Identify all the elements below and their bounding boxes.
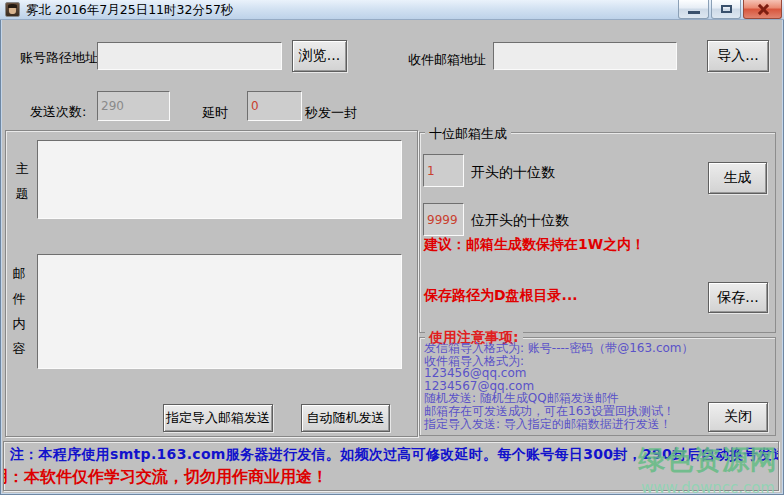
close-icon — [744, 0, 781, 18]
send-count-label: 发送次数: — [30, 103, 86, 121]
close-button[interactable]: 关闭 — [708, 402, 768, 432]
maximize-button[interactable] — [711, 0, 741, 19]
subject-label: 主题 — [14, 156, 30, 206]
app-window: 雾北 2016年7月25日11时32分57秒 账号路径地址: 浏览... 收件邮… — [0, 0, 784, 495]
delay-input[interactable] — [247, 91, 302, 121]
note-line: 指定导入发送: 导入指定的邮箱数据进行发送！ — [424, 418, 694, 431]
generator-title: 十位邮箱生成 — [425, 125, 511, 143]
save-button[interactable]: 保存... — [708, 282, 768, 313]
account-path-label: 账号路径地址: — [20, 49, 102, 67]
usage-notes-text: 发信箱导入格式为: 账号----密码（带@163.com） 收件箱导入格式为: … — [424, 342, 694, 430]
app-icon — [5, 2, 20, 17]
compose-panel: 主题 邮件内容 指定导入邮箱发送 自动随机发送 — [5, 130, 418, 437]
generate-button[interactable]: 生成 — [708, 162, 767, 194]
titlebar[interactable]: 雾北 2016年7月25日11时32分57秒 — [0, 0, 784, 20]
per-letter-label: 秒发一封 — [305, 104, 357, 122]
browse-button[interactable]: 浏览... — [292, 40, 347, 72]
delay-label: 延时 — [202, 104, 228, 122]
minimize-icon — [688, 11, 700, 14]
footer-panel: 注：本程序使用smtp.163.com服务器进行发信。如频次过高可修改延时。每个… — [3, 441, 779, 491]
note-line: 邮箱存在可发送成功，可在163设置回执测试！ — [424, 405, 694, 418]
footer-note-smtp: 注：本程序使用smtp.163.com服务器进行发信。如频次过高可修改延时。每个… — [10, 446, 779, 464]
subject-textarea[interactable] — [37, 140, 402, 219]
minimize-button[interactable] — [678, 0, 709, 19]
close-window-button[interactable] — [743, 0, 782, 19]
send-specified-button[interactable]: 指定导入邮箱发送 — [163, 404, 273, 432]
generator-end-label: 位开头的十位数 — [471, 212, 569, 230]
account-path-input[interactable] — [97, 42, 282, 70]
usage-notes-groupbox: 使用注意事项: 发信箱导入格式为: 账号----密码（带@163.com） 收件… — [419, 337, 776, 436]
send-count-input[interactable] — [97, 91, 170, 121]
window-title: 雾北 2016年7月25日11时32分57秒 — [26, 0, 233, 20]
recipient-input[interactable] — [493, 42, 677, 70]
generator-start-label: 开头的十位数 — [471, 164, 555, 182]
generator-hint-limit: 建议：邮箱生成数保持在1W之内！ — [424, 236, 645, 254]
note-line: 发信箱导入格式为: 账号----密码（带@163.com） — [424, 342, 694, 355]
generator-start-input[interactable] — [423, 154, 464, 187]
footer-note-disclaimer: 用：本软件仅作学习交流，切勿用作商业用途！ — [3, 467, 328, 488]
body-textarea[interactable] — [37, 254, 402, 369]
body-label: 邮件内容 — [11, 261, 27, 361]
note-line: 123456@qq.com — [424, 367, 694, 380]
generator-groupbox: 十位邮箱生成 开头的十位数 位开头的十位数 生成 建议：邮箱生成数保持在1W之内… — [419, 132, 776, 333]
send-random-button[interactable]: 自动随机发送 — [301, 404, 390, 432]
generator-end-input[interactable] — [423, 203, 464, 236]
maximize-icon — [721, 5, 732, 13]
recipient-label: 收件邮箱地址 — [408, 51, 486, 69]
generator-hint-path: 保存路径为D盘根目录... — [424, 287, 578, 305]
import-button[interactable]: 导入... — [707, 40, 769, 72]
